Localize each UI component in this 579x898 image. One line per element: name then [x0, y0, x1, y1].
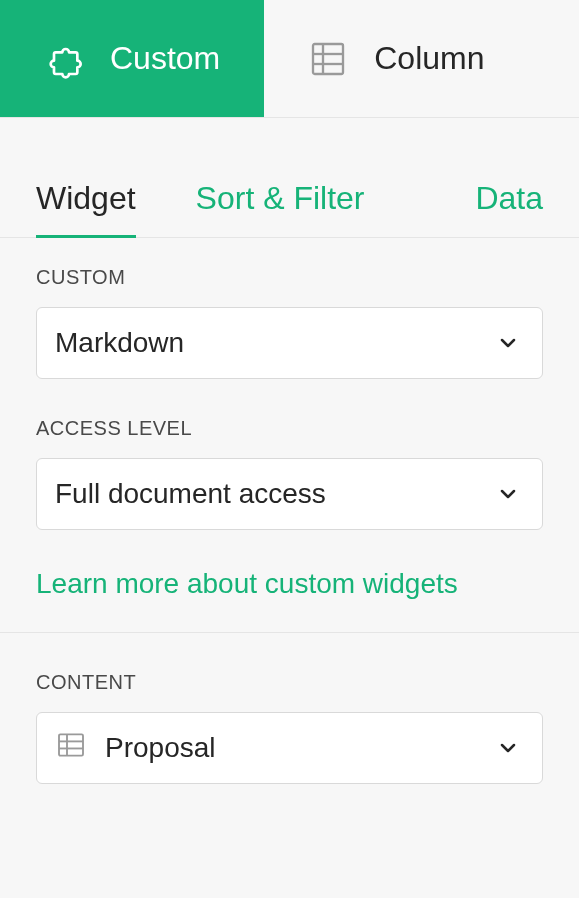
tab-custom-label: Custom [110, 40, 220, 77]
puzzle-icon [44, 39, 84, 79]
custom-field-group: CUSTOM Markdown [36, 266, 543, 379]
chevron-down-icon [496, 736, 520, 760]
content-field-group: CONTENT Proposal [36, 671, 543, 784]
table-icon [55, 729, 87, 768]
content-select[interactable]: Proposal [36, 712, 543, 784]
svg-rect-0 [313, 44, 343, 74]
learn-more-link[interactable]: Learn more about custom widgets [36, 568, 543, 600]
content-select-value: Proposal [105, 732, 216, 764]
tab-column-label: Column [374, 40, 484, 77]
tab-custom[interactable]: Custom [0, 0, 264, 117]
panel-content: CUSTOM Markdown ACCESS LEVEL Full docume… [0, 238, 579, 784]
access-select-value: Full document access [55, 478, 326, 510]
access-field-group: ACCESS LEVEL Full document access [36, 417, 543, 530]
subtab-data[interactable]: Data [475, 180, 543, 237]
sub-tab-bar: Widget Sort & Filter Data [0, 118, 579, 238]
chevron-down-icon [496, 482, 520, 506]
top-tab-bar: Custom Column [0, 0, 579, 118]
subtab-widget[interactable]: Widget [36, 180, 136, 238]
tab-column[interactable]: Column [264, 0, 528, 117]
section-divider [0, 632, 579, 633]
custom-select[interactable]: Markdown [36, 307, 543, 379]
chevron-down-icon [496, 331, 520, 355]
access-label: ACCESS LEVEL [36, 417, 543, 440]
content-label: CONTENT [36, 671, 543, 694]
column-icon [308, 39, 348, 79]
custom-label: CUSTOM [36, 266, 543, 289]
custom-select-value: Markdown [55, 327, 184, 359]
svg-rect-4 [59, 734, 83, 755]
subtab-sort-filter[interactable]: Sort & Filter [196, 180, 365, 237]
access-select[interactable]: Full document access [36, 458, 543, 530]
